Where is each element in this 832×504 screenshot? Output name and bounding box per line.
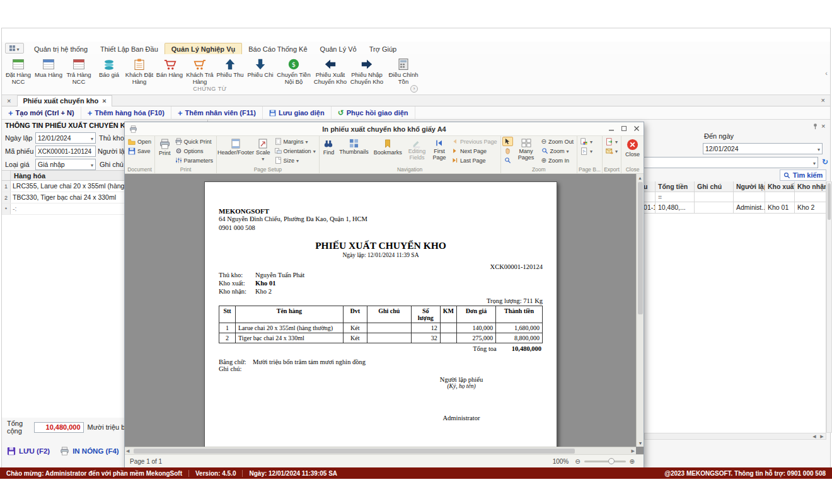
editing-fields-button[interactable]: Editing Fields (405, 137, 429, 166)
dieu-chinh-ton-button[interactable]: Điều Chỉnh Tồn (385, 55, 422, 85)
dat-hang-ncc-button[interactable]: Đặt Hàng NCC (3, 55, 33, 85)
scrollbar-thumb[interactable] (828, 183, 831, 220)
zoom-out-button[interactable]: Zoom Out (540, 137, 575, 146)
khach-dat-hang-button[interactable]: Khách Đặt Hàng (124, 55, 154, 85)
zoom-button[interactable]: Zoom (540, 146, 575, 156)
khach-tra-hang-button[interactable]: Khách Trả Hàng (185, 55, 215, 85)
thumbnails-button[interactable]: Thumbnails (337, 137, 371, 166)
restore-layout-button[interactable]: Phục hồi giao diện (332, 106, 415, 120)
ribbon-tab-quan-ly-vo[interactable]: Quản Lý Vỏ (314, 43, 363, 54)
bookmarks-button[interactable]: Bookmarks (371, 137, 405, 166)
filter-cell[interactable] (795, 192, 826, 202)
ribbon-group-launcher-icon[interactable]: › (410, 85, 418, 93)
scroll-right-icon[interactable] (632, 449, 635, 454)
tra-hang-ncc-button[interactable]: Trả Hàng NCC (64, 55, 94, 85)
hand-tool-button[interactable] (502, 146, 513, 156)
scroll-left-icon[interactable] (126, 449, 129, 454)
export-document-button[interactable] (604, 137, 620, 146)
save-voucher-button[interactable]: LƯU (F2) (2, 444, 55, 458)
preview-area[interactable]: MEKONGSOFT 64 Nguyễn Đình Chiểu, Phường … (125, 174, 644, 454)
loai-gia-select[interactable]: Giá nhập (35, 159, 96, 170)
den-ngay-input[interactable]: 12/01/2024 (703, 143, 823, 154)
chuyen-tien-noi-bo-button[interactable]: $ Chuyển Tiền Nội Bộ (275, 55, 312, 85)
pointer-tool-button[interactable] (502, 137, 513, 146)
preview-hscroll-thumb[interactable] (134, 449, 575, 454)
header-footer-button[interactable]: Header/Footer (218, 137, 253, 166)
filter-cell-tong-tien[interactable]: = (656, 192, 695, 202)
dialog-titlebar[interactable]: In phiếu xuất chuyển kho khổ giấy A4 (125, 122, 644, 136)
preview-horizontal-scrollbar[interactable] (125, 447, 636, 454)
filter-caret-icon[interactable] (813, 159, 816, 166)
ribbon-collapse-icon[interactable]: ‹ (825, 69, 828, 77)
ma-phieu-input[interactable]: XCK00001-120124 (35, 146, 96, 157)
mua-hang-button[interactable]: Mua Hàng (33, 55, 64, 85)
save-layout-button[interactable]: Lưu giao diện (263, 106, 332, 120)
result-cell-kho-nhan[interactable]: Kho 2 (795, 202, 826, 214)
export-send-button[interactable] (604, 146, 620, 156)
ribbon-tab-thiet-lap-ban-dau[interactable]: Thiết Lập Ban Đầu (94, 43, 165, 54)
ban-hang-button[interactable]: Bán Hàng (154, 55, 185, 85)
parameters-button[interactable]: Parameters (173, 156, 216, 165)
close-tab-icon[interactable] (102, 97, 106, 105)
ribbon-tab-quan-tri-he-thong[interactable]: Quản trị hệ thống (28, 43, 94, 54)
dialog-minimize-icon[interactable] (607, 124, 616, 133)
scroll-right-icon[interactable] (818, 434, 826, 439)
col-header-kho-nhan[interactable]: Kho nhận (795, 181, 826, 192)
ngay-lap-input[interactable]: 12/01/2024 (35, 132, 96, 144)
filter-cell[interactable] (734, 192, 765, 202)
scale-button[interactable]: Scale (253, 137, 273, 166)
zoom-in-icon[interactable] (630, 458, 635, 465)
ribbon-tab-quan-ly-nghiep-vu[interactable]: Quản Lý Nghiệp Vụ (165, 43, 242, 54)
save-button[interactable]: Save (126, 146, 153, 156)
col-header-kho-xuat[interactable]: Kho xuất (765, 181, 795, 192)
dialog-maximize-icon[interactable] (620, 124, 628, 133)
zoom-in-button[interactable]: Zoom In (540, 156, 575, 165)
orientation-button[interactable]: Orientation (273, 146, 318, 156)
zoom-slider[interactable] (584, 461, 626, 462)
col-header-nguoi-lap[interactable]: Người lập (734, 181, 765, 192)
first-page-button[interactable]: First Page (429, 137, 449, 166)
grid-horizontal-scrollbar[interactable] (644, 433, 826, 440)
ribbon-tab-tro-giup[interactable]: Trợ Giúp (363, 43, 403, 54)
col-header-tong-tien[interactable]: Tổng tiền (656, 181, 695, 192)
ribbon-tab-bao-cao-thong-ke[interactable]: Báo Cáo Thống Kê (242, 43, 313, 54)
refresh-icon[interactable] (822, 158, 828, 166)
open-button[interactable]: Open (126, 137, 153, 146)
phieu-chi-button[interactable]: Phiếu Chi (245, 55, 275, 85)
scroll-up-icon[interactable]: ▲ (637, 174, 644, 181)
search-button[interactable]: Tìm kiếm (780, 169, 826, 181)
previous-page-button[interactable]: Previous Page (449, 137, 499, 146)
hot-print-button[interactable]: IN NÓNG (F4) (55, 444, 124, 458)
new-voucher-button[interactable]: Tạo mới (Ctrl + N) (2, 106, 81, 120)
many-pages-button[interactable]: Many Pages (513, 137, 540, 166)
watermark-button[interactable]: A (579, 146, 601, 156)
options-button[interactable]: Options (173, 146, 216, 156)
den-ngay-caret-icon[interactable] (818, 145, 820, 152)
close-panel-icon[interactable] (821, 122, 825, 130)
phieu-thu-button[interactable]: Phiếu Thu (215, 55, 245, 85)
result-cell-tong-tien[interactable]: 10,480,... (656, 202, 695, 214)
margins-button[interactable]: Margins (273, 137, 318, 146)
dialog-close-icon[interactable] (632, 124, 641, 133)
date-dropdown-caret-icon[interactable] (91, 134, 93, 142)
quick-print-button[interactable]: Quick Print (173, 137, 216, 146)
add-staff-button[interactable]: Thêm nhân viên (F11) (171, 106, 263, 120)
warehouse-filter-select[interactable] (630, 157, 818, 168)
find-button[interactable]: Find (321, 137, 337, 166)
last-page-button[interactable]: Last Page (449, 156, 499, 165)
zoom-out-icon[interactable] (575, 458, 580, 465)
phieu-nhap-chuyen-kho-button[interactable]: Phiếu Nhập Chuyển Kho (349, 55, 385, 85)
scroll-left-icon[interactable] (811, 434, 818, 439)
loai-gia-caret-icon[interactable] (91, 161, 93, 168)
bao-gia-button[interactable]: Báo giá (94, 55, 124, 85)
filter-cell[interactable] (695, 192, 734, 202)
size-button[interactable]: Size (273, 156, 318, 165)
next-page-button[interactable]: Next Page (449, 146, 499, 156)
filter-cell[interactable] (765, 192, 795, 202)
app-menu-button[interactable] (5, 43, 24, 54)
page-color-button[interactable] (579, 137, 601, 146)
result-cell-ghi-chu[interactable] (695, 202, 734, 214)
col-header-ghi-chu[interactable]: Ghi chú (695, 181, 734, 192)
marquee-zoom-button[interactable] (502, 156, 513, 165)
tab-phieu-xuat-chuyen-kho[interactable]: Phiếu xuất chuyển kho (17, 95, 112, 106)
